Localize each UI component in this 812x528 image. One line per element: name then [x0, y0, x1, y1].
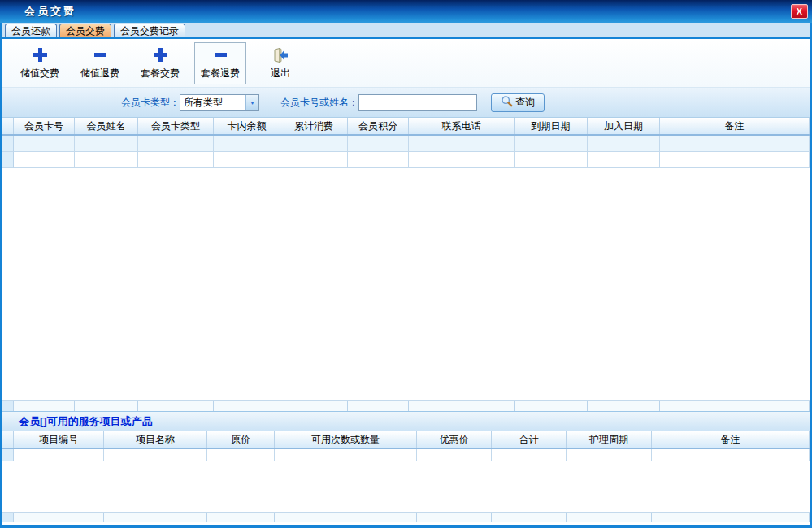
table-cell[interactable]	[660, 401, 810, 411]
column-header[interactable]: 项目名称	[104, 431, 207, 448]
row-selector-cell	[2, 152, 14, 168]
table-cell[interactable]	[409, 401, 515, 411]
table-cell[interactable]	[14, 449, 104, 461]
tab-label: 会员交费	[66, 24, 105, 38]
table-cell[interactable]	[207, 513, 275, 522]
package-pay-button[interactable]: 套餐交费	[134, 42, 186, 84]
tab-label: 会员交费记录	[120, 24, 179, 38]
search-label: 会员卡号或姓名：	[280, 96, 358, 110]
column-header[interactable]: 会员积分	[348, 118, 409, 134]
window-body: 会员还款 会员交费 会员交费记录 储值交费 储值退费	[0, 23, 812, 528]
table-cell[interactable]	[417, 449, 492, 461]
services-table: 项目编号项目名称原价可用次数或数量优惠价合计护理周期备注	[2, 431, 810, 522]
table-cell[interactable]	[652, 513, 810, 522]
table-cell[interactable]	[275, 513, 417, 522]
column-header[interactable]: 会员姓名	[75, 118, 138, 134]
table-cell[interactable]	[588, 136, 660, 152]
dropdown-button[interactable]: ▼	[245, 95, 258, 110]
table-row[interactable]	[2, 152, 810, 168]
table-cell[interactable]	[515, 136, 588, 152]
table-cell[interactable]	[588, 152, 660, 168]
table-row[interactable]	[2, 449, 810, 461]
query-button[interactable]: 查询	[491, 93, 545, 112]
stored-value-refund-button[interactable]: 储值退费	[74, 42, 126, 84]
table-cell[interactable]	[492, 449, 567, 461]
minus-icon	[92, 46, 109, 64]
table-cell[interactable]	[348, 152, 409, 168]
table-cell[interactable]	[515, 152, 588, 168]
table-cell[interactable]	[280, 136, 348, 152]
table-cell[interactable]	[138, 136, 214, 152]
table-cell[interactable]	[207, 449, 275, 461]
exit-button[interactable]: 退出	[254, 42, 306, 84]
column-header[interactable]: 优惠价	[417, 431, 492, 448]
table-cell[interactable]	[409, 136, 515, 152]
table-row[interactable]	[2, 136, 810, 152]
package-refund-button[interactable]: 套餐退费	[194, 42, 246, 84]
row-selector-cell	[2, 431, 14, 448]
table-cell[interactable]	[492, 513, 567, 522]
minus-icon	[212, 46, 229, 64]
column-header[interactable]: 项目编号	[14, 431, 104, 448]
tab-member-repayment[interactable]: 会员还款	[5, 24, 57, 37]
column-header[interactable]: 备注	[660, 118, 810, 134]
table-cell[interactable]	[567, 449, 652, 461]
table-cell[interactable]	[138, 401, 214, 411]
table-cell[interactable]	[104, 449, 207, 461]
column-header[interactable]: 到期日期	[515, 118, 588, 134]
exit-door-icon	[271, 46, 289, 64]
table-cell[interactable]	[75, 136, 138, 152]
tab-member-payment-records[interactable]: 会员交费记录	[114, 24, 185, 37]
table-cell[interactable]	[417, 513, 492, 522]
table-cell[interactable]	[138, 152, 214, 168]
tab-member-payment[interactable]: 会员交费	[59, 24, 111, 37]
table-cell[interactable]	[14, 136, 75, 152]
column-header[interactable]: 护理周期	[567, 431, 652, 448]
column-header[interactable]: 备注	[652, 431, 810, 448]
table-cell[interactable]	[214, 152, 280, 168]
services-table-new-row[interactable]	[2, 512, 810, 522]
column-header[interactable]: 会员卡类型	[138, 118, 214, 134]
column-header[interactable]: 会员卡号	[14, 118, 75, 134]
stored-value-pay-button[interactable]: 储值交费	[14, 42, 66, 84]
table-cell[interactable]	[280, 401, 348, 411]
table-cell[interactable]	[409, 152, 515, 168]
table-cell[interactable]	[214, 136, 280, 152]
section-title: 会员[]可用的服务项目或产品	[19, 414, 153, 429]
table-cell[interactable]	[515, 401, 588, 411]
close-button[interactable]: X	[791, 4, 808, 19]
table-cell[interactable]	[652, 449, 810, 461]
column-header[interactable]: 联系电话	[409, 118, 515, 134]
tab-strip: 会员还款 会员交费 会员交费记录	[2, 23, 810, 39]
table-cell[interactable]	[660, 152, 810, 168]
table-cell[interactable]	[75, 401, 138, 411]
table-cell[interactable]	[14, 152, 75, 168]
plus-icon	[152, 46, 169, 64]
table-cell[interactable]	[275, 449, 417, 461]
column-header[interactable]: 卡内余额	[214, 118, 280, 134]
column-header[interactable]: 累计消费	[280, 118, 348, 134]
column-header[interactable]: 可用次数或数量	[275, 431, 417, 448]
column-header[interactable]: 加入日期	[588, 118, 660, 134]
table-cell[interactable]	[567, 513, 652, 522]
column-header[interactable]: 合计	[492, 431, 567, 448]
card-type-select[interactable]: 所有类型 ▼	[180, 94, 259, 111]
table-cell[interactable]	[348, 401, 409, 411]
card-number-or-name-input[interactable]	[358, 94, 477, 111]
table-cell[interactable]	[104, 513, 207, 522]
table-cell[interactable]	[14, 401, 75, 411]
tab-label: 会员还款	[11, 24, 50, 38]
table-cell[interactable]	[214, 401, 280, 411]
table-cell[interactable]	[660, 136, 810, 152]
column-header[interactable]: 原价	[207, 431, 275, 448]
table-cell[interactable]	[75, 152, 138, 168]
row-selector-cell	[2, 118, 14, 134]
members-table-new-row[interactable]	[2, 400, 810, 411]
table-cell[interactable]	[14, 513, 104, 522]
table-cell[interactable]	[280, 152, 348, 168]
table-cell[interactable]	[348, 136, 409, 152]
table-cell[interactable]	[588, 401, 660, 411]
window-title: 会员交费	[24, 4, 76, 19]
query-button-label: 查询	[515, 96, 535, 110]
members-table-body	[2, 136, 810, 168]
